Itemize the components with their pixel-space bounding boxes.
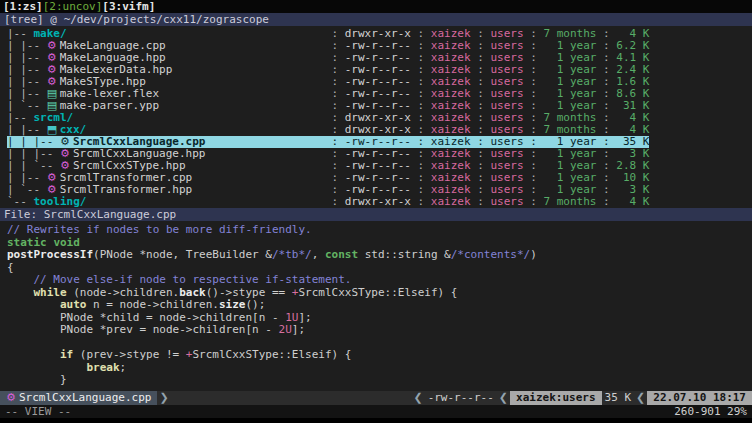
file-name-cell: | |-- ▤make-lexer.flex: [7, 88, 325, 100]
statusbar-perms: -rw-r--r--: [425, 391, 497, 405]
chevron-right-icon: ❯: [157, 391, 170, 405]
mode-indicator: -- VIEW --: [5, 405, 71, 418]
statusbar-spacer: [171, 391, 412, 405]
file-name-cell: | |-- ⚙MakeLexerData.hpp: [7, 64, 325, 76]
file-name-cell: | |-- ⚙MakeSType.hpp: [7, 76, 325, 88]
gear-icon: ⚙: [47, 184, 60, 196]
commandline-spacer: [71, 405, 674, 418]
file-name-cell: |-- srcml/: [7, 112, 325, 124]
chevron-left-icon: ❮: [411, 391, 424, 405]
file-name-cell: | `-- ▤make-parser.ypp: [7, 100, 325, 112]
file-name-cell: | `-- ⚙SrcmlTransformer.hpp: [7, 184, 325, 196]
code-segment: ()->stype ==: [206, 286, 292, 299]
file-name: MakeLanguage.hpp: [60, 52, 166, 64]
tree-branch-prefix: | |--: [7, 52, 47, 64]
status-bar: ⚙SrcmlCxxLanguage.cpp❯ ❮-rw-r--r--❮xaize…: [0, 391, 752, 405]
code-segment: postProcessIf: [7, 248, 93, 261]
path-bar: [tree] @ ~/dev/projects/cxx11/zograscope: [0, 13, 752, 26]
folder-icon: ⬒: [47, 124, 60, 136]
path-separator: @: [44, 13, 64, 26]
gear-icon: ⚙: [60, 136, 73, 148]
file-name-cell: | | |-- ⚙SrcmlCxxLanguage.hpp: [7, 148, 325, 160]
tmux-window-2[interactable]: [2:uncov]: [43, 0, 103, 13]
code-segment: 1U: [285, 311, 298, 324]
code-segment: /*contents*/: [451, 248, 530, 261]
code-segment: // Move else-if node to respective if-st…: [7, 273, 351, 286]
file-name: make-parser.ypp: [60, 100, 159, 112]
statusbar-filename: SrcmlCxxLanguage.cpp: [19, 391, 151, 404]
gear-icon: ⚙: [60, 160, 73, 172]
chevron-left-icon: ❮: [497, 391, 510, 405]
code-segment: [7, 348, 60, 361]
code-segment: if: [60, 348, 73, 361]
preview-header-filename: SrcmlCxxLanguage.cpp: [44, 208, 176, 221]
code-segment: SrcmlCxxSType::Elseif) {: [298, 286, 457, 299]
file-name-cell: | |-- ⚙MakeLanguage.cpp: [7, 40, 325, 52]
file-name: SrcmlCxxLanguage.hpp: [73, 148, 205, 160]
tree-branch-prefix: | |--: [7, 40, 47, 52]
file-name: SrcmlCxxLanguage.cpp: [73, 136, 205, 148]
code-segment: auto: [60, 298, 87, 311]
code-segment: size: [219, 298, 246, 311]
file-size: 4 K: [616, 196, 649, 208]
file-name: make-lexer.flex: [60, 88, 159, 100]
tree-branch-prefix: | | `--: [7, 160, 60, 172]
tmux-status-bar: [1:zs][2:uncov][3:vifm]: [0, 0, 752, 13]
code-segment: void: [53, 236, 80, 249]
file-row-directory[interactable]: `-- tooling/ : drwxr-xr-x : xaizek : use…: [7, 196, 649, 208]
code-segment: [7, 286, 34, 299]
tree-branch-prefix: | |--: [7, 76, 47, 88]
code-segment: const: [325, 248, 358, 261]
statusbar-datetime: 22.07.10 18:17: [647, 391, 752, 405]
code-line: break;: [7, 362, 752, 375]
file-name: MakeLanguage.cpp: [60, 40, 166, 52]
scroll-position: 260-901 29%: [674, 405, 747, 418]
tree-branch-prefix: | |--: [7, 88, 47, 100]
tree-branch-prefix: | `--: [7, 184, 47, 196]
column-separator: :: [471, 195, 491, 208]
chevron-left-icon: ❮: [634, 391, 647, 405]
file-name: SrcmlTransformer.cpp: [60, 172, 192, 184]
gear-icon: ⚙: [47, 76, 60, 88]
column-separator: :: [524, 195, 544, 208]
column-separator: :: [596, 195, 616, 208]
code-segment: (PNode *node, TreeBuilder &: [93, 248, 272, 261]
code-segment: ];: [298, 311, 311, 324]
code-segment: while: [34, 286, 67, 299]
tree-branch-prefix: | | |--: [7, 136, 60, 148]
tree-branch-prefix: | | |--: [7, 148, 60, 160]
file-name-cell: | |-- ⚙MakeLanguage.hpp: [7, 52, 325, 64]
code-segment: break: [86, 361, 119, 374]
tree-branch-prefix: |--: [7, 28, 34, 40]
file-owner: xaizek: [431, 196, 471, 208]
code-segment: back: [179, 286, 206, 299]
file-name-cell: |-- make/: [7, 28, 325, 40]
tree-branch-prefix: | |--: [7, 172, 47, 184]
file-name: cxx/: [60, 124, 87, 136]
code-segment: [7, 361, 86, 374]
file-name-cell: | | `-- ⚙SrcmlCxxSType.hpp: [7, 160, 325, 172]
file-group: users: [490, 196, 523, 208]
code-line: }: [7, 374, 752, 387]
tmux-window-3[interactable]: [3:vifm]: [102, 0, 155, 13]
column-separator: :: [411, 195, 431, 208]
file-name-cell: | | |-- ⚙SrcmlCxxLanguage.cpp: [7, 136, 325, 148]
code-segment: SrcmlCxxSType::Elseif) {: [192, 348, 351, 361]
code-preview[interactable]: // Rewrites if nodes to be more diff-fri…: [0, 221, 752, 391]
file-list: |-- make/ : drwxr-xr-x : xaizek : users …: [0, 26, 752, 208]
code-line: postProcessIf(PNode *node, TreeBuilder &…: [7, 249, 752, 262]
tmux-window-1[interactable]: [1:zs]: [3, 0, 43, 13]
preview-header: File: SrcmlCxxLanguage.cpp: [0, 208, 752, 221]
code-line: // Rewrites if nodes to be more diff-fri…: [7, 224, 752, 237]
command-line[interactable]: -- VIEW -- 260-901 29%: [0, 405, 752, 418]
file-name: tooling/: [34, 196, 87, 208]
file-name: SrcmlCxxSType.hpp: [73, 160, 186, 172]
statusbar-file-segment: ⚙SrcmlCxxLanguage.cpp: [0, 391, 157, 405]
file-name: MakeLexerData.hpp: [60, 64, 173, 76]
tree-branch-prefix: | |--: [7, 64, 47, 76]
code-segment: 2U: [279, 323, 292, 336]
doc-icon: ▤: [47, 88, 60, 100]
file-date: 7 months: [543, 196, 596, 208]
code-segment: {: [7, 261, 14, 274]
gear-icon: ⚙: [6, 391, 19, 405]
